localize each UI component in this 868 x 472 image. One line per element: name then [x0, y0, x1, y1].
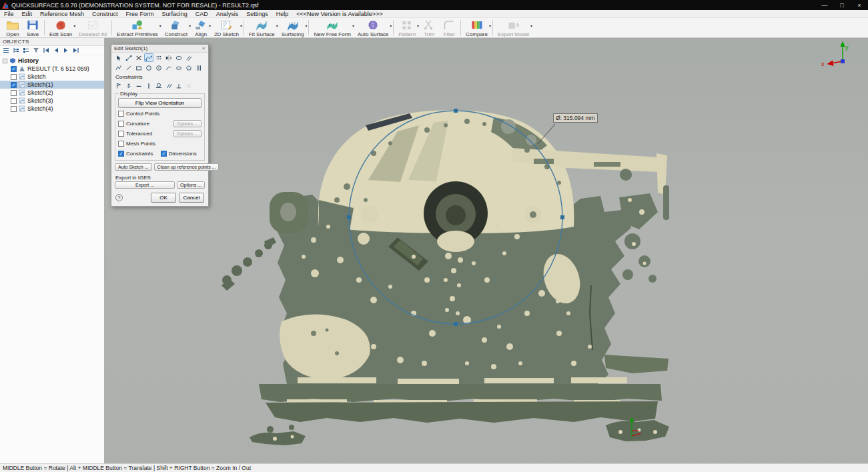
auto-sketch-button[interactable]: Auto Sketch ... — [115, 163, 152, 171]
cleanup-reference-points-button[interactable]: Clean up reference points ... — [154, 163, 220, 171]
arc-tool-icon[interactable] — [164, 63, 173, 72]
extract-primitives-button[interactable]: Extract Primitives ▾ — [113, 18, 161, 37]
line-points-tool-icon[interactable] — [124, 53, 133, 62]
visibility-checkbox[interactable] — [11, 90, 17, 96]
viewport-3d[interactable]: y x Ø: 315.094 mm — [105, 38, 868, 463]
trim-button[interactable]: Trim — [419, 18, 439, 37]
new-version-notice[interactable]: <<<New Version is Available>>> — [292, 11, 386, 17]
menu-surfacing[interactable]: Surfacing — [158, 10, 191, 17]
ellipse-tool-icon[interactable] — [174, 53, 183, 62]
export-model-button[interactable]: Export Model ▾ — [494, 18, 532, 37]
diameter-dimension-label[interactable]: Ø: 315.094 mm — [553, 113, 598, 123]
ok-button[interactable]: OK — [151, 193, 176, 203]
tangent-constraint-icon[interactable] — [154, 81, 163, 90]
mesh-points-checkbox[interactable] — [118, 141, 124, 147]
delete-tool-icon[interactable] — [134, 53, 143, 62]
center-circle-tool-icon[interactable] — [154, 63, 163, 72]
menu-construct[interactable]: Construct — [88, 10, 122, 17]
export-iges-button[interactable]: Export ... — [115, 181, 175, 189]
close-button[interactable]: × — [851, 0, 868, 10]
tree-view-icon[interactable] — [12, 47, 20, 54]
perpendicular-constraint-icon[interactable] — [174, 81, 183, 90]
menu-cad[interactable]: CAD — [191, 10, 212, 17]
visibility-checkbox[interactable] — [11, 106, 17, 112]
vertical-constraint-icon[interactable] — [144, 81, 153, 90]
visibility-checkbox[interactable] — [11, 98, 17, 104]
tree-node-sketch-3[interactable]: Sketch(3) — [0, 97, 104, 105]
visibility-checkbox[interactable] — [11, 66, 17, 72]
maximize-button[interactable]: □ — [833, 0, 851, 10]
polygon-tool-icon[interactable] — [184, 63, 193, 72]
menu-edit[interactable]: Edit — [18, 10, 37, 17]
fillet-button[interactable]: Fillet — [439, 18, 459, 37]
parallel-constraint-icon[interactable] — [164, 81, 173, 90]
last-item-icon[interactable] — [72, 47, 80, 54]
first-item-icon[interactable] — [42, 47, 50, 54]
cancel-button[interactable]: Cancel — [179, 193, 204, 203]
constraints-checkbox[interactable] — [118, 151, 124, 157]
control-points-checkbox[interactable] — [118, 111, 124, 117]
tree-node-history[interactable]: − History — [0, 57, 104, 65]
pattern-button[interactable]: Pattern ▾ — [395, 18, 419, 37]
curvature-options-button[interactable]: Options ... — [173, 120, 201, 127]
export-options-button[interactable]: Options ... — [177, 181, 205, 189]
tree-node-sketch-1[interactable]: Sketch(1) — [0, 81, 104, 89]
deselect-all-button[interactable]: Deselect All — [75, 18, 110, 37]
construct-button[interactable]: Construct ▾ — [161, 18, 191, 37]
visibility-checkbox[interactable] — [11, 82, 17, 88]
polyline-tool-icon[interactable] — [114, 63, 123, 72]
tree-node-result[interactable]: RESULT (T. 6 512 059) — [0, 65, 104, 73]
tree-node-sketch-4[interactable]: Sketch(4) — [0, 105, 104, 113]
prev-item-icon[interactable] — [52, 47, 60, 54]
coincident-constraint-icon[interactable] — [114, 81, 123, 90]
fit-surface-button[interactable]: Fit Surface ▾ — [246, 18, 278, 37]
save-button[interactable]: Save — [23, 18, 43, 37]
dimensions-checkbox[interactable] — [161, 151, 167, 157]
menu-free-form[interactable]: Free Form — [122, 10, 158, 17]
dialog-close-icon[interactable]: × — [199, 45, 208, 51]
points-grid-tool-icon[interactable] — [154, 53, 163, 62]
dropdown-arrow[interactable]: ▾ — [390, 23, 392, 28]
open-button[interactable]: Open — [3, 18, 23, 37]
dropdown-arrow[interactable]: ▾ — [240, 23, 242, 28]
new-free-form-button[interactable]: New Free Form ▾ — [310, 18, 354, 37]
surfacing-button[interactable]: Surfacing ▾ — [278, 18, 308, 37]
offset-tool-icon[interactable] — [184, 53, 193, 62]
menu-file[interactable]: File — [0, 10, 18, 17]
symmetric-constraint-icon[interactable] — [184, 81, 193, 90]
menu-analysis[interactable]: Analysis — [212, 10, 243, 17]
menu-reference-mesh[interactable]: Reference Mesh — [36, 10, 88, 17]
slot-tool-icon[interactable] — [174, 63, 183, 72]
tree-node-sketch[interactable]: Sketch — [0, 73, 104, 81]
horizontal-constraint-icon[interactable] — [134, 81, 143, 90]
detail-view-icon[interactable] — [22, 47, 30, 54]
segment-tool-icon[interactable] — [124, 63, 133, 72]
edit-scan-button[interactable]: Edit Scan ▾ — [46, 18, 75, 37]
dropdown-arrow[interactable]: ▾ — [305, 23, 307, 28]
dropdown-arrow[interactable]: ▾ — [530, 23, 532, 28]
auto-surface-button[interactable]: Auto Surface ▾ — [354, 18, 392, 37]
spline-tool-icon[interactable] — [144, 53, 153, 62]
mirror-tool-icon[interactable] — [164, 53, 173, 62]
align-button[interactable]: Align ▾ — [191, 18, 211, 37]
minimize-button[interactable]: — — [816, 0, 833, 10]
curvature-checkbox[interactable] — [118, 121, 124, 127]
dropdown-arrow[interactable]: ▾ — [489, 23, 491, 28]
select-tool-icon[interactable] — [114, 53, 123, 62]
flip-view-orientation-button[interactable]: Flip View Orientation — [118, 98, 201, 108]
compare-button[interactable]: Compare ▾ — [462, 18, 491, 37]
hatch-tool-icon[interactable] — [194, 63, 203, 72]
toleranced-checkbox[interactable] — [118, 131, 124, 137]
menu-settings[interactable]: Settings — [242, 10, 272, 17]
next-item-icon[interactable] — [62, 47, 70, 54]
circle-tool-icon[interactable] — [144, 63, 153, 72]
expander-icon[interactable]: − — [3, 59, 7, 63]
menu-help[interactable]: Help — [272, 10, 293, 17]
toleranced-options-button[interactable]: Options ... — [173, 130, 201, 137]
visibility-checkbox[interactable] — [11, 74, 17, 80]
dialog-title-bar[interactable]: Edit Sketch(1) × — [111, 45, 208, 53]
tree-node-sketch-2[interactable]: Sketch(2) — [0, 89, 104, 97]
filter-icon[interactable] — [32, 47, 40, 54]
rectangle-tool-icon[interactable] — [134, 63, 143, 72]
list-view-icon[interactable] — [2, 47, 10, 54]
